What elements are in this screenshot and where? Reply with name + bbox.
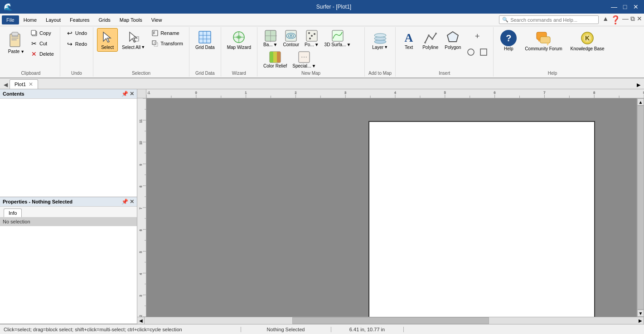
copy-button[interactable]: Copy <box>28 28 56 38</box>
window-restore-icon[interactable]: ⧉ <box>630 15 635 25</box>
svg-marker-50 <box>537 39 540 42</box>
scroll-left-btn[interactable]: ◀ <box>137 317 145 324</box>
svg-text:6: 6 <box>494 91 496 94</box>
insert-square-button[interactable] <box>478 46 489 58</box>
menu-grids[interactable]: Grids <box>94 15 115 24</box>
svg-text:⋯: ⋯ <box>301 53 307 61</box>
insert-plus-button[interactable]: + <box>465 28 489 44</box>
surface3d-button[interactable]: 3D Surfa...▼ <box>322 28 353 48</box>
undo-button[interactable]: ↩ Undo <box>64 28 89 38</box>
scroll-up-btn[interactable]: ▲ <box>637 98 644 106</box>
help-label: Help <box>548 71 557 76</box>
map-wizard-button[interactable]: Map Wizard <box>225 28 253 52</box>
knowledge-base-button[interactable]: K Knowledge Base <box>567 28 608 53</box>
tab-prev-arrow[interactable]: ◀ <box>2 81 10 89</box>
properties-pin-icon[interactable]: 📌 <box>121 198 128 205</box>
svg-point-43 <box>428 34 430 36</box>
close-button[interactable]: ✕ <box>631 2 640 11</box>
properties-close-icon[interactable]: ✕ <box>130 198 134 205</box>
canvas-page <box>368 121 595 317</box>
grid-data-button[interactable]: Grid Data <box>193 28 217 52</box>
window-close-menu-icon[interactable]: ✕ <box>637 15 642 25</box>
svg-rect-22 <box>286 30 296 41</box>
svg-text:1: 1 <box>245 91 247 94</box>
menu-view[interactable]: View <box>147 15 167 24</box>
cut-button[interactable]: ✂ Cut <box>28 39 56 48</box>
maximize-button[interactable]: □ <box>620 2 629 11</box>
svg-marker-7 <box>103 32 111 42</box>
ribbon-collapse-up[interactable]: ▲ <box>602 15 609 25</box>
map-wizard-icon <box>232 30 246 44</box>
rename-button[interactable]: Rename <box>149 28 185 38</box>
svg-point-44 <box>431 38 433 40</box>
plot1-tab[interactable]: Plot1 ✕ <box>10 79 38 89</box>
ribbon-group-insert: A Text Polyline Polygon <box>396 27 494 77</box>
polygon-icon <box>445 30 460 44</box>
contents-header: Contents 📌 ✕ <box>0 89 137 99</box>
menu-bar: File Home Layout Features Grids Map Tool… <box>0 14 644 26</box>
svg-point-27 <box>308 32 310 34</box>
canvas-scroll[interactable] <box>146 98 637 317</box>
insert-circle-button[interactable] <box>465 46 477 58</box>
transform-button[interactable]: Transform <box>149 39 185 48</box>
menu-layout[interactable]: Layout <box>41 15 65 24</box>
tab-close-icon[interactable]: ✕ <box>29 81 33 87</box>
horizontal-ruler: -1 0 1 2 3 4 5 6 <box>146 89 644 98</box>
selection-items: Select Select All ▼ <box>97 28 185 70</box>
scissors-icon: ✂ <box>30 40 38 47</box>
grid-data-label: Grid Data <box>195 71 215 76</box>
contents-header-icons: 📌 ✕ <box>121 91 134 97</box>
basemap-button[interactable]: Ba...▼ <box>261 28 280 48</box>
svg-text:3: 3 <box>344 91 346 94</box>
title-bar: 🌊 Surfer - [Plot1] — □ ✕ <box>0 0 644 14</box>
text-button[interactable]: A Text <box>399 28 418 52</box>
insert-label: Insert <box>439 71 450 76</box>
tab-overflow-arrow[interactable]: ▶ <box>635 81 642 89</box>
help-circle-icon[interactable]: ❓ <box>610 15 620 25</box>
info-tab[interactable]: Info <box>4 208 22 217</box>
help-button[interactable]: ? Help <box>497 28 520 53</box>
redo-button[interactable]: ↪ Redo <box>64 39 89 49</box>
svg-rect-35 <box>277 52 281 63</box>
search-icon: 🔍 <box>502 17 508 23</box>
special-button[interactable]: ⋯ Special...▼ <box>290 49 318 70</box>
contents-pin-icon[interactable]: 📌 <box>121 91 128 97</box>
svg-text:4: 4 <box>139 273 142 275</box>
horizontal-scrollbar: ◀ ▶ <box>137 317 644 324</box>
layer-button[interactable]: Layer ▼ <box>370 28 390 52</box>
svg-marker-46 <box>447 32 458 42</box>
contour-button[interactable]: Contour <box>281 28 302 48</box>
paste-button[interactable]: Paste ▼ <box>5 28 27 56</box>
ruler-corner <box>137 89 146 98</box>
minimize-button[interactable]: — <box>610 2 619 11</box>
menu-map-tools[interactable]: Map Tools <box>115 15 147 24</box>
select-button[interactable]: Select <box>97 28 118 52</box>
text-icon: A <box>402 30 416 44</box>
properties-tab-row: Info <box>0 207 137 217</box>
newmap-items: Ba...▼ Contour Po...▼ 3D Surfa...▼ <box>261 28 361 70</box>
color-relief-button[interactable]: Color Relief <box>261 49 289 70</box>
select-all-button[interactable]: Select All ▼ <box>119 28 148 52</box>
addtomap-items: Layer ▼ <box>370 28 390 70</box>
menu-features[interactable]: Features <box>65 15 94 24</box>
delete-icon: ✕ <box>30 50 38 58</box>
menu-file[interactable]: File <box>2 15 19 24</box>
canvas-main: 11 10 9 8 7 6 5 4 <box>137 98 644 317</box>
wizard-items: Map Wizard <box>225 28 253 70</box>
window-controls: — □ ✕ <box>610 2 640 11</box>
post-button[interactable]: Po...▼ <box>302 28 321 48</box>
menu-home[interactable]: Home <box>19 15 41 24</box>
svg-text:11: 11 <box>139 119 142 123</box>
scroll-h-thumb[interactable] <box>292 317 489 324</box>
svg-point-29 <box>314 33 315 35</box>
search-input[interactable] <box>510 17 594 23</box>
polygon-button[interactable]: Polygon <box>442 28 463 52</box>
polyline-button[interactable]: Polyline <box>420 28 441 52</box>
scroll-down-btn[interactable]: ▼ <box>637 310 644 317</box>
contents-close-icon[interactable]: ✕ <box>130 91 134 97</box>
delete-button[interactable]: ✕ Delete <box>28 49 56 59</box>
community-forum-button[interactable]: Community Forum <box>522 28 565 53</box>
scroll-right-btn[interactable]: ▶ <box>637 317 644 324</box>
scroll-v-thumb[interactable] <box>637 106 644 310</box>
ribbon-minimize-icon[interactable]: — <box>622 15 629 25</box>
